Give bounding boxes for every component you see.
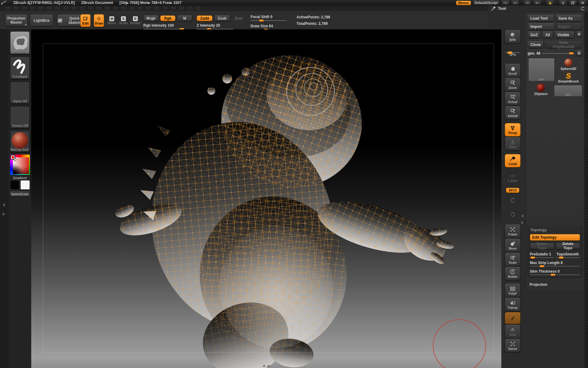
- canvas-scroll-nub[interactable]: [262, 365, 270, 367]
- default-zscript-button[interactable]: DefaultZScript: [473, 1, 500, 5]
- scroll-right-button[interactable]: [511, 1, 519, 5]
- section-projection[interactable]: Projection: [528, 281, 582, 288]
- topology-header[interactable]: Topology: [530, 228, 580, 232]
- stroke-selector[interactable]: FreeHand: [10, 56, 30, 79]
- rotate-mode-button[interactable]: R Rotate: [130, 14, 141, 27]
- right-scrollbar[interactable]: [585, 12, 588, 368]
- zoom-button[interactable]: Zoom: [505, 78, 521, 91]
- rgb-button[interactable]: Rgb: [160, 15, 175, 21]
- clone-button[interactable]: Clone: [528, 41, 544, 48]
- section-contact[interactable]: [528, 166, 582, 173]
- lsym-button[interactable]: L.Sym: [505, 171, 521, 184]
- persp-button[interactable]: Persp: [505, 123, 521, 136]
- m-button[interactable]: M: [177, 15, 192, 21]
- visible-button[interactable]: Visible: [555, 32, 575, 38]
- close-button[interactable]: [579, 1, 587, 5]
- goz-button[interactable]: GoZ: [528, 32, 541, 38]
- menu-render[interactable]: [129, 6, 135, 11]
- menu-document[interactable]: [30, 6, 36, 11]
- local-button[interactable]: Local: [505, 154, 521, 167]
- toposmooth-slider[interactable]: TopoSmooth: [556, 252, 580, 258]
- all-button[interactable]: All: [542, 32, 553, 38]
- ghost-button[interactable]: [505, 312, 521, 324]
- menu-draw[interactable]: [38, 6, 44, 11]
- menu-movie[interactable]: [104, 6, 110, 11]
- section-masking[interactable]: [528, 144, 582, 151]
- skin-thickness-slider[interactable]: Skin Thickness 0: [530, 269, 580, 275]
- current-tool-thumbnail[interactable]: geo: [528, 58, 555, 81]
- menu-color[interactable]: [21, 6, 28, 11]
- spix-track[interactable]: [506, 52, 520, 53]
- zadd-button[interactable]: Zadd: [197, 15, 213, 21]
- zsphere-tool[interactable]: ZSphere: [527, 84, 555, 96]
- menu-transform[interactable]: [170, 6, 176, 11]
- export-button[interactable]: Export: [556, 23, 582, 30]
- menu-stroke[interactable]: [145, 6, 152, 11]
- scroll-left-button[interactable]: [501, 1, 510, 5]
- section-layers[interactable]: [528, 107, 582, 114]
- presubdiv-slider[interactable]: PreSubdiv 1: [530, 252, 553, 258]
- alpha-selector[interactable]: Alpha Off: [10, 82, 30, 104]
- restore-button[interactable]: [569, 1, 577, 5]
- simplebrush-tool[interactable]: S SimpleBrush: [555, 73, 582, 83]
- section-rigging[interactable]: [528, 217, 582, 225]
- max-strip-length-slider[interactable]: Max Strip Length 8: [530, 261, 580, 266]
- menu-file[interactable]: [55, 6, 61, 11]
- restore-configuration-icon[interactable]: [580, 6, 585, 11]
- scroll-button[interactable]: Scroll: [505, 64, 521, 77]
- lightbox-button[interactable]: LightBox: [30, 15, 53, 26]
- scale-view-button[interactable]: Scale: [505, 253, 521, 266]
- section-polypaint[interactable]: [528, 181, 582, 188]
- left-tray-edge[interactable]: [0, 29, 9, 368]
- minimize-button[interactable]: [559, 1, 567, 5]
- solo-button[interactable]: Solo: [505, 325, 521, 338]
- tool-quick-pick-slider[interactable]: geo. 48 R: [528, 51, 582, 56]
- make-polymesh3d-button[interactable]: Make PolyMesh3D: [545, 41, 582, 48]
- section-zsketch[interactable]: [528, 210, 582, 217]
- brush-selector[interactable]: MaskPen: [10, 31, 30, 54]
- select-topo-button[interactable]: Select Topo: [530, 243, 554, 249]
- transparency-button[interactable]: Transp: [505, 298, 521, 311]
- menu-macro[interactable]: [79, 6, 85, 11]
- menu-material[interactable]: [96, 6, 102, 11]
- menu-tool[interactable]: [162, 6, 168, 11]
- actual-button[interactable]: Actual: [505, 92, 521, 105]
- scale-mode-button[interactable]: S Scale: [118, 14, 129, 27]
- section-preview[interactable]: [528, 122, 582, 129]
- section-geometry[interactable]: [528, 114, 582, 122]
- menus-toggle-button[interactable]: Menus: [456, 1, 471, 5]
- focal-shift-slider[interactable]: Focal Shift 0: [251, 15, 287, 21]
- texture-selector[interactable]: Texture Off: [10, 106, 30, 128]
- section-morph-target[interactable]: [528, 173, 582, 181]
- menu-preferences[interactable]: [121, 6, 127, 11]
- rotate-view-button[interactable]: Rotate: [505, 267, 521, 280]
- sxyz-button[interactable]: SXYZ: [506, 188, 519, 193]
- switch-color-button[interactable]: SwitchColor: [10, 191, 30, 197]
- document-canvas[interactable]: [31, 29, 501, 368]
- rotate-right-button[interactable]: [505, 208, 521, 221]
- spix-slider[interactable]: SPix: [505, 47, 521, 60]
- z-intensity-slider[interactable]: Z Intensity 25: [197, 23, 233, 29]
- bpr-button[interactable]: BPR: [505, 30, 521, 44]
- section-polygroups[interactable]: [528, 159, 582, 166]
- xpose-button[interactable]: Xpose: [505, 339, 521, 352]
- menu-zoom[interactable]: [179, 6, 185, 11]
- rgb-intensity-slider[interactable]: Rgb Intensity 100: [143, 23, 183, 29]
- gradient-label[interactable]: Gradient: [9, 176, 31, 180]
- load-tool-button[interactable]: Load Tool: [528, 15, 554, 22]
- menu-zplugin[interactable]: [187, 6, 193, 11]
- floor-button[interactable]: Floor: [505, 137, 521, 151]
- section-subtool[interactable]: [528, 100, 582, 107]
- polyframe-button[interactable]: PolyF: [505, 284, 521, 297]
- rotate-left-button[interactable]: [505, 194, 521, 207]
- aahalf-button[interactable]: AAHalf: [505, 106, 521, 120]
- menu-stencil[interactable]: [137, 6, 143, 11]
- menu-light[interactable]: [71, 6, 77, 11]
- projection-master-button[interactable]: Projection Master: [5, 15, 28, 26]
- menu-picker[interactable]: [112, 6, 119, 11]
- menu-marker[interactable]: [88, 6, 94, 11]
- draw-mode-button[interactable]: Draw: [94, 14, 104, 27]
- material-selector[interactable]: MatCap Red Wax: [10, 131, 30, 152]
- move-view-button[interactable]: Move: [505, 239, 521, 252]
- section-deformation[interactable]: [528, 136, 582, 144]
